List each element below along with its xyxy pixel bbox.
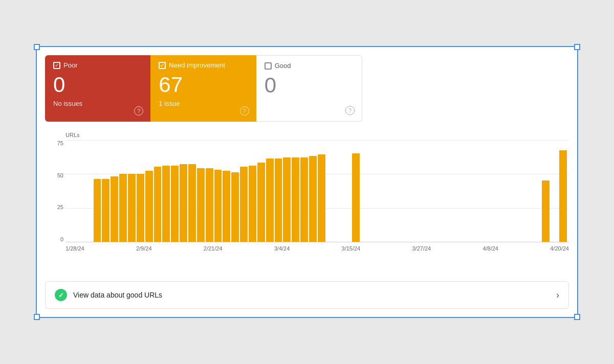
bar-11 [162, 166, 170, 242]
y-label-75: 75 [45, 140, 63, 146]
need-card-label: Need improvement [159, 61, 248, 69]
bar-7 [128, 174, 136, 242]
green-check-icon: ✓ [55, 289, 67, 301]
x-label-1: 2/9/24 [136, 245, 152, 252]
bar-21 [249, 166, 256, 242]
view-good-urls-link[interactable]: ✓ View data about good URLs › [45, 281, 569, 309]
need-label-text: Need improvement [169, 61, 225, 69]
x-label-3: 3/4/24 [274, 245, 290, 252]
bar-8 [137, 174, 144, 242]
chevron-right-icon: › [556, 290, 559, 301]
bar-57 [559, 150, 567, 242]
good-label-text: Good [275, 62, 291, 70]
good-help-icon[interactable]: ? [345, 106, 355, 115]
bar-9 [145, 171, 153, 242]
need-count: 67 [159, 74, 248, 96]
bar-15 [197, 168, 205, 242]
corner-handle-tl [34, 44, 40, 50]
need-issues: 1 issue [159, 100, 248, 107]
x-label-0: 1/28/24 [65, 245, 84, 252]
bar-19 [231, 172, 239, 242]
need-help-icon[interactable]: ? [240, 106, 249, 116]
y-axis: 75 50 25 0 [45, 140, 63, 242]
chart-inner [65, 140, 569, 242]
bar-24 [275, 158, 282, 242]
x-label-4: 3/15/24 [342, 245, 361, 252]
x-axis: 1/28/24 2/9/24 2/21/24 3/4/24 3/15/24 3/… [65, 245, 569, 252]
bar-4 [102, 179, 109, 242]
bar-28 [309, 156, 317, 242]
chart-y-axis-title: URLs [45, 132, 569, 138]
good-checkbox-icon[interactable] [265, 62, 272, 70]
status-cards: Poor 0 No issues ? Need improvement 67 1… [45, 55, 362, 122]
bar-29 [318, 154, 325, 242]
poor-checkbox-icon[interactable] [53, 62, 60, 69]
corner-handle-br [574, 314, 580, 320]
poor-help-icon[interactable]: ? [134, 106, 143, 116]
bar-13 [180, 164, 187, 242]
chart-area: URLs 75 50 25 0 1/28/24 2/9/24 2/21/24 3… [45, 132, 569, 273]
bar-23 [266, 158, 274, 242]
bar-14 [188, 164, 196, 242]
bottom-link-left: ✓ View data about good URLs [55, 289, 162, 301]
x-label-6: 4/8/24 [483, 245, 498, 252]
y-label-25: 25 [45, 204, 63, 210]
x-label-5: 3/27/24 [412, 245, 431, 252]
poor-issues: No issues [53, 100, 142, 107]
good-card: Good 0 ? [256, 55, 362, 122]
bar-55 [542, 180, 550, 242]
good-card-label: Good [265, 62, 354, 70]
x-label-2: 2/21/24 [204, 245, 223, 252]
corner-handle-tr [574, 44, 580, 50]
chart-wrapper: 75 50 25 0 1/28/24 2/9/24 2/21/24 3/4/24… [45, 140, 569, 263]
bar-10 [154, 167, 162, 242]
y-label-0: 0 [45, 236, 63, 242]
poor-label-text: Poor [63, 61, 77, 69]
main-card: Poor 0 No issues ? Need improvement 67 1… [36, 46, 578, 318]
bar-16 [206, 168, 213, 242]
poor-card: Poor 0 No issues ? [45, 55, 150, 122]
need-card: Need improvement 67 1 issue ? [150, 55, 256, 122]
bar-27 [300, 157, 308, 242]
bar-33 [352, 153, 360, 242]
bar-6 [119, 174, 127, 242]
bar-26 [292, 157, 299, 242]
need-checkbox-icon[interactable] [159, 62, 166, 69]
bar-20 [240, 167, 248, 242]
poor-count: 0 [53, 74, 142, 96]
bar-3 [94, 179, 101, 242]
bar-18 [223, 171, 230, 242]
bar-22 [257, 163, 265, 242]
bars-container [65, 140, 569, 242]
x-label-7: 4/20/24 [550, 245, 569, 252]
corner-handle-bl [34, 314, 40, 320]
bar-17 [214, 170, 222, 242]
bar-25 [283, 157, 291, 242]
bottom-link-text: View data about good URLs [73, 291, 162, 299]
good-count: 0 [265, 75, 354, 96]
bar-12 [171, 166, 179, 242]
bar-5 [111, 176, 118, 242]
y-label-50: 50 [45, 172, 63, 178]
poor-card-label: Poor [53, 61, 142, 69]
